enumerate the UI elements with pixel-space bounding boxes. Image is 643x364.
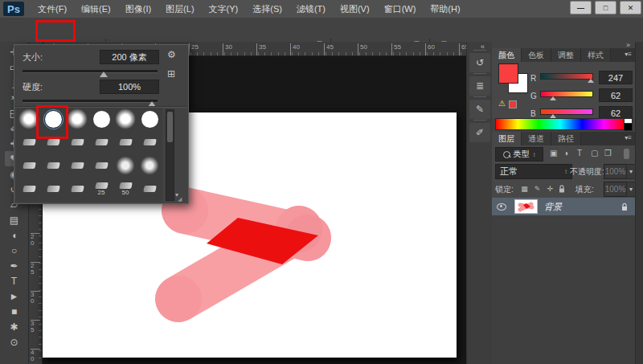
brush-preset-tile[interactable] <box>138 154 161 177</box>
resize-grip-icon[interactable]: ◢ <box>178 196 181 202</box>
menu-item[interactable]: 滤镜(T) <box>297 3 326 15</box>
maximize-button[interactable]: □ <box>595 1 616 14</box>
tab-颜色[interactable]: 颜色 <box>492 48 522 62</box>
channel-slider-G[interactable] <box>540 91 593 97</box>
spectrum-black-swatch[interactable] <box>624 123 633 131</box>
gear-icon[interactable]: ⚙ <box>167 49 176 60</box>
menu-item[interactable]: 选择(S) <box>252 3 282 15</box>
brush-preset-tile[interactable] <box>90 131 113 153</box>
filter-pixel-layers-icon[interactable]: ▣ <box>550 149 557 157</box>
brush-preset-tile[interactable] <box>114 154 137 177</box>
layer-thumbnail[interactable] <box>514 199 538 214</box>
dodge-tool[interactable]: ○ <box>5 243 24 258</box>
layers-opacity-input[interactable]: 100% <box>604 164 627 179</box>
brush-preset-tile[interactable] <box>66 178 88 200</box>
menu-item[interactable]: 编辑(E) <box>81 3 111 15</box>
color-panel-menu-icon[interactable]: ▾≡ <box>625 51 632 58</box>
filter-toggle[interactable] <box>624 149 629 159</box>
menu-item[interactable]: 图像(I) <box>125 3 151 15</box>
size-slider-thumb[interactable] <box>100 72 108 77</box>
lock-all-icon[interactable] <box>558 184 566 194</box>
h-ruler-label: 50 <box>358 43 367 55</box>
gradient-tool[interactable]: ▤ <box>5 212 24 227</box>
layers-blend-mode-select[interactable]: 正常 ↕ <box>495 164 572 179</box>
filter-adjustment-layers-icon[interactable]: ◑ <box>563 149 568 157</box>
tab-样式[interactable]: 样式 <box>581 48 611 62</box>
size-slider[interactable] <box>23 70 158 73</box>
new-brush-preset-icon[interactable]: ⊞ <box>167 68 175 80</box>
brush-preset-tile[interactable] <box>18 154 40 177</box>
close-button[interactable]: ✕ <box>620 1 641 14</box>
channel-thumb-R[interactable] <box>588 79 594 83</box>
lock-transparency-icon[interactable]: ▦ <box>519 182 530 194</box>
brush-preset-tile[interactable] <box>42 178 64 200</box>
brush-preset-tile[interactable] <box>114 131 137 153</box>
menu-item[interactable]: 窗口(W) <box>384 3 416 15</box>
tab-色板[interactable]: 色板 <box>522 48 551 62</box>
channel-value-G[interactable]: 62 <box>599 88 633 102</box>
brush-preset-tile[interactable] <box>138 178 161 200</box>
hand-tool[interactable]: ✱ <box>5 319 24 334</box>
brush-preset-tile[interactable] <box>138 108 161 130</box>
clone-source-panel-icon[interactable]: ✐ <box>469 123 490 142</box>
brush-preset-tile[interactable]: 50 <box>114 178 137 200</box>
tab-通道[interactable]: 通道 <box>522 132 551 145</box>
color-spectrum-bar[interactable] <box>495 118 625 130</box>
layers-panel-menu-icon[interactable]: ▾≡ <box>625 134 632 141</box>
zoom-tool[interactable]: ⊙ <box>5 334 24 350</box>
brush-grid-scrollbar[interactable] <box>166 109 174 201</box>
tab-调整[interactable]: 调整 <box>551 48 581 62</box>
menu-item[interactable]: 文字(Y) <box>209 3 239 15</box>
filter-type-layers-icon[interactable]: T <box>577 149 582 157</box>
pen-tool[interactable]: ✒ <box>5 258 24 273</box>
channel-thumb-G[interactable] <box>550 96 556 100</box>
shape-tool[interactable]: ■ <box>5 304 24 319</box>
layer-row-background[interactable]: 背景 <box>492 198 635 215</box>
lock-icons: ▦✎✛ <box>519 182 566 194</box>
layer-filter-select[interactable]: 类型 ↕ <box>495 147 543 162</box>
fill-input[interactable]: 100% <box>604 182 627 197</box>
tab-图层[interactable]: 图层 <box>492 132 522 145</box>
tab-路径[interactable]: 路径 <box>551 132 581 145</box>
brush-preset-tile[interactable] <box>42 154 64 177</box>
menu-item[interactable]: 帮助(H) <box>430 3 460 15</box>
gamut-swatch[interactable] <box>509 100 517 108</box>
brush-preset-tile[interactable] <box>138 131 161 153</box>
menu-item[interactable]: 视图(V) <box>340 3 370 15</box>
brush-preset-tile[interactable] <box>66 154 88 177</box>
properties-panel-icon[interactable]: ≣ <box>469 76 490 96</box>
brush-preset-tile[interactable] <box>90 154 113 177</box>
history-panel-icon[interactable]: ↺ <box>469 53 490 72</box>
menu-item[interactable]: 图层(L) <box>166 3 194 15</box>
path-select-tool[interactable]: ► <box>5 288 24 304</box>
v-ruler-label: 40 <box>31 349 40 362</box>
hardness-field[interactable]: 100% <box>100 80 159 94</box>
minimize-button[interactable]: — <box>570 1 592 14</box>
brush-preset-tile[interactable] <box>114 108 137 130</box>
foreground-color-swatch[interactable] <box>498 63 518 84</box>
brush-preset-tile[interactable] <box>18 178 40 200</box>
brush-preset-tile[interactable] <box>66 131 88 153</box>
lock-pixels-icon[interactable]: ✎ <box>532 182 543 194</box>
blur-tool[interactable]: ◖ <box>5 227 24 243</box>
brush-presets-panel-icon[interactable]: ✎ <box>469 100 490 119</box>
channel-slider-B[interactable] <box>540 108 593 115</box>
brush-preset-tile[interactable] <box>66 108 88 130</box>
type-tool[interactable]: T <box>5 273 24 288</box>
gamut-warning-icon[interactable]: ⚠ <box>498 99 506 108</box>
layer-visibility-eye-icon[interactable] <box>497 203 506 211</box>
lock-position-icon[interactable]: ✛ <box>545 182 555 194</box>
menu-item[interactable]: 文件(F) <box>38 3 67 15</box>
filter-updown-icon: ↕ <box>533 151 536 158</box>
layer-lock-icon <box>620 202 629 211</box>
h-ruler-label: 45 <box>324 43 334 55</box>
scrollbar-thumb[interactable] <box>167 112 173 142</box>
brush-preset-tile[interactable] <box>90 108 113 130</box>
channel-slider-R[interactable] <box>540 73 593 80</box>
brush-preset-tile[interactable]: 25 <box>90 178 113 200</box>
filter-smart-objects-icon[interactable]: ❒ <box>604 149 612 157</box>
brush-size-field[interactable]: 200 像素 <box>100 50 159 64</box>
channel-value-R[interactable]: 247 <box>599 71 633 84</box>
hardness-slider[interactable] <box>23 100 158 103</box>
filter-shape-layers-icon[interactable]: ▢ <box>591 149 598 157</box>
